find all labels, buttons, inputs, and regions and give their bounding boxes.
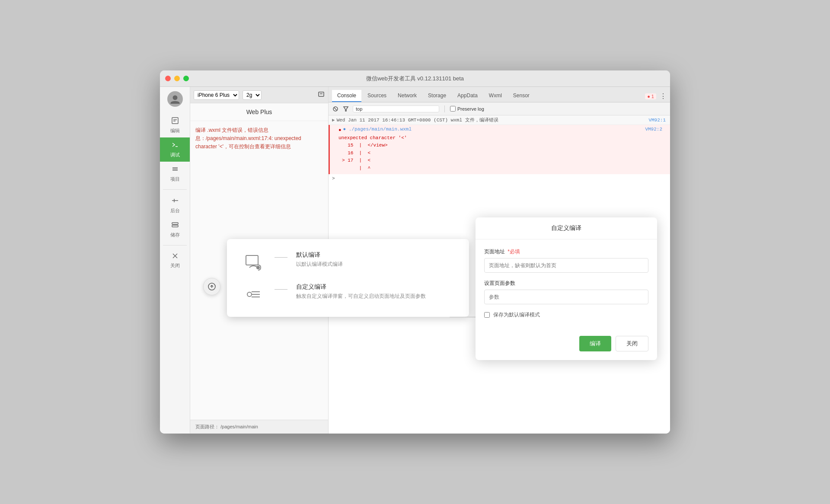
simulator-page-title: Web Plus	[190, 103, 328, 121]
sidebar-storage-label: 储存	[170, 232, 180, 238]
tab-sources[interactable]: Sources	[362, 90, 392, 102]
window-controls[interactable]	[165, 76, 189, 81]
dialog-footer: 编译 关闭	[476, 336, 657, 360]
page-params-input[interactable]	[484, 290, 648, 304]
compile-submit-button[interactable]: 编译	[579, 336, 611, 351]
save-default-checkbox[interactable]	[484, 312, 490, 318]
vm-ref-1: VM92:1	[648, 118, 666, 123]
custom-compile-icon	[240, 284, 266, 305]
backend-icon	[171, 197, 179, 207]
close-icon	[172, 252, 179, 262]
console-group-header: ▶ Wed Jan 11 2017 16:46:13 GMT+0800 (CST…	[329, 115, 670, 125]
debug-icon	[171, 141, 179, 151]
svg-rect-20	[246, 255, 258, 265]
preserve-log-checkbox-group[interactable]: Preserve log	[450, 106, 484, 112]
toolbar-separator	[444, 105, 445, 112]
tooltip-line-2	[275, 289, 287, 290]
sidebar-divider-2	[163, 245, 187, 246]
tab-right-actions: ● 1 ⋮	[645, 92, 667, 102]
svg-marker-19	[344, 107, 348, 111]
filter-input-value: top	[356, 106, 362, 112]
tab-storage[interactable]: Storage	[423, 90, 451, 102]
sidebar-item-debug[interactable]: 调试	[160, 137, 190, 162]
tab-console[interactable]: Console	[332, 90, 361, 102]
console-error-block: ● ● ./pages/main/main.wxml VM92:2 unexpe…	[329, 125, 670, 174]
minimize-dot[interactable]	[174, 76, 180, 81]
error-message: unexpected character '<'	[338, 134, 667, 142]
network-select[interactable]: 2g	[243, 90, 262, 100]
devtools-toolbar: top Preserve log	[329, 102, 670, 115]
filter-input-container[interactable]: top	[353, 105, 439, 112]
page-address-label: 页面地址 *必填	[484, 248, 648, 255]
tooltip-default-title: 默认编译	[296, 251, 343, 259]
page-path: /pages/main/main	[220, 424, 258, 429]
preserve-log-label: Preserve log	[457, 106, 484, 112]
tab-sensor[interactable]: Sensor	[508, 90, 535, 102]
sidebar-backend-label: 后台	[170, 207, 180, 214]
dialog-close-button[interactable]: 关闭	[616, 336, 648, 351]
maximize-dot[interactable]	[183, 76, 189, 81]
page-params-field: 设置页面参数	[484, 280, 648, 304]
titlebar: 微信web开发者工具 v0.12.131101 beta	[160, 70, 670, 87]
simulator-toolbar: iPhone 6 Plus 2g	[190, 87, 328, 103]
save-default-label: 保存为默认编译模式	[493, 311, 540, 319]
filter-icon[interactable]	[342, 105, 349, 112]
svg-line-18	[334, 108, 337, 110]
edit-icon	[171, 117, 179, 127]
svg-point-0	[172, 95, 177, 100]
page-path-label: 页面路径：	[195, 424, 219, 429]
custom-compile-dialog: 自定义编译 页面地址 *必填 设置页面参数 保存为默认编译模式 编译 关闭	[476, 217, 657, 360]
tab-wxml[interactable]: Wxml	[484, 90, 507, 102]
dialog-title: 自定义编译	[476, 217, 657, 239]
required-mark: *必填	[508, 249, 520, 255]
compile-button[interactable]	[203, 278, 220, 295]
sidebar-item-backend[interactable]: 后台	[160, 193, 190, 217]
tooltip-custom-desc: 触发自定义编译弹窗，可自定义启动页面地址及页面参数	[296, 293, 426, 300]
tooltip-item-custom: 自定义编译 触发自定义编译弹窗，可自定义启动页面地址及页面参数	[240, 283, 456, 305]
error-file-path[interactable]: ● ./pages/main/main.wxml	[343, 127, 412, 132]
error-title: 编译 .wxml 文件错误，错误信息	[195, 126, 323, 134]
sidebar-item-edit[interactable]: 编辑	[160, 113, 190, 137]
clear-icon[interactable]	[332, 105, 339, 112]
window-title: 微信web开发者工具 v0.12.131101 beta	[366, 75, 464, 83]
preserve-log-checkbox[interactable]	[450, 106, 456, 112]
tab-network[interactable]: Network	[393, 90, 422, 102]
svg-rect-12	[172, 225, 178, 227]
vm-ref-2: VM92:2	[645, 127, 662, 132]
sidebar-debug-label: 调试	[170, 152, 180, 158]
svg-rect-1	[172, 118, 178, 124]
page-address-field: 页面地址 *必填	[484, 248, 648, 273]
tab-appdata[interactable]: AppData	[452, 90, 483, 102]
sidebar-divider-1	[163, 189, 187, 190]
sidebar-close-label: 关闭	[170, 262, 180, 269]
project-icon	[171, 165, 179, 175]
simulator-action-icon[interactable]	[318, 91, 325, 99]
storage-icon	[171, 221, 179, 231]
page-params-label: 设置页面参数	[484, 280, 648, 287]
error-block: 编译 .wxml 文件错误，错误信息 息：/pages/main/main.wx…	[195, 126, 323, 151]
svg-rect-15	[319, 92, 324, 96]
sidebar-item-close[interactable]: 关闭	[160, 249, 190, 272]
device-select[interactable]: iPhone 6 Plus	[194, 90, 239, 100]
arrow-symbol: >	[332, 176, 335, 181]
sidebar-item-storage[interactable]: 储存	[160, 217, 190, 242]
sidebar: 编辑 调试	[160, 87, 190, 434]
error-dot: ●	[338, 127, 342, 134]
tooltip-item-default: 默认编译 以默认编译模式编译	[240, 251, 456, 273]
group-arrow[interactable]: ▶	[332, 117, 335, 123]
console-group-text: Wed Jan 11 2017 16:46:13 GMT+0800 (CST) …	[337, 117, 498, 123]
tooltip-default-text: 默认编译 以默认编译模式编译	[296, 251, 343, 268]
save-default-row: 保存为默认编译模式	[484, 311, 648, 319]
console-collapse-arrow[interactable]: >	[329, 174, 670, 183]
error-badge: ● 1	[645, 93, 656, 99]
avatar	[167, 91, 183, 107]
page-address-input[interactable]	[484, 258, 648, 273]
devtools-tabs: Console Sources Network Storage AppData …	[329, 87, 670, 102]
console-code-lines: 15 | </view> 16 | < > 17 | < | ^	[338, 142, 667, 172]
error-file-row: ● ● ./pages/main/main.wxml VM92:2	[338, 127, 667, 134]
close-dot[interactable]	[165, 76, 171, 81]
sidebar-item-project[interactable]: 项目	[160, 162, 190, 186]
more-menu-icon[interactable]: ⋮	[660, 92, 667, 100]
sidebar-edit-label: 编辑	[170, 128, 180, 134]
tooltip-custom-title: 自定义编译	[296, 283, 426, 291]
